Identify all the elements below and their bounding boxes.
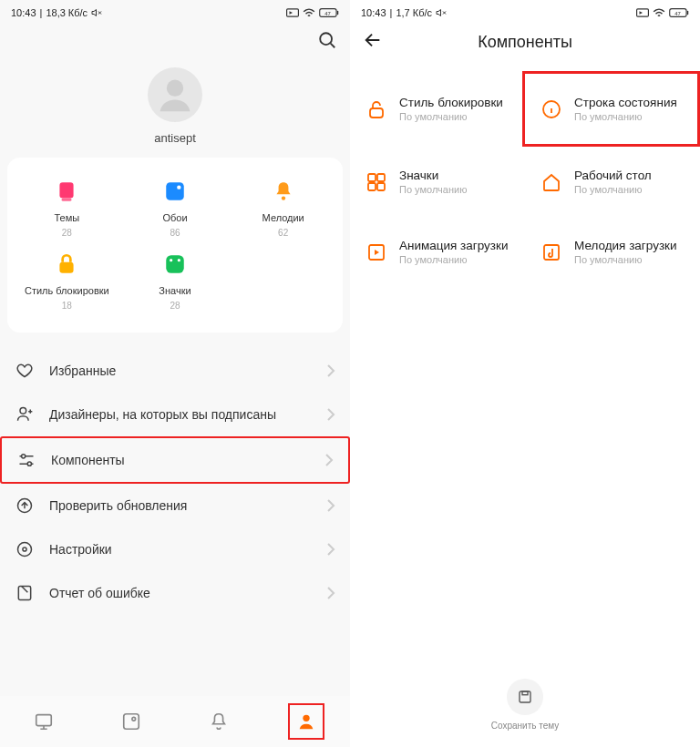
component-lockstyle[interactable]: Стиль блокировки По умолчанию [350, 71, 522, 147]
menu-item-favorites[interactable]: Избранные [0, 349, 350, 393]
chevron-right-icon [326, 543, 335, 556]
component-statusbar[interactable]: Строка состояния По умолчанию [522, 71, 700, 147]
component-homescreen[interactable]: Рабочий стол По умолчанию [525, 147, 700, 217]
profile-area: antisept [0, 62, 350, 158]
svg-rect-34 [368, 183, 376, 190]
menu-label: Настройки [49, 542, 312, 557]
update-icon [15, 496, 34, 515]
svg-point-4 [320, 33, 332, 45]
grid-item-wallpaper[interactable]: Обои 86 [121, 174, 230, 247]
svg-rect-33 [377, 174, 385, 181]
menu-label: Компоненты [51, 453, 310, 467]
svg-rect-23 [124, 714, 139, 730]
save-label: Сохранить тему [491, 721, 560, 731]
my-items-grid: Темы 28 Обои 86 Мелодии 62 Стиль блокиро… [7, 158, 343, 333]
avatar[interactable] [148, 67, 202, 122]
menu-item-designers[interactable]: Дизайнеры, на которых вы подписаны [0, 393, 350, 436]
grid-item-ringtone[interactable]: Мелодии 62 [229, 174, 337, 247]
component-label: Анимация загрузки [399, 239, 509, 252]
username: antisept [154, 131, 196, 145]
icons-icon [163, 252, 187, 276]
grid-label: Значки [159, 285, 190, 297]
menu-label: Проверить обновления [49, 498, 312, 513]
chevron-right-icon [326, 587, 335, 599]
grid-label: Мелодии [262, 212, 304, 224]
component-icons[interactable]: Значки По умолчанию [350, 147, 525, 217]
menu-item-components[interactable]: Компоненты [0, 436, 350, 484]
status-right: 47 [636, 7, 689, 18]
grid-item-icons[interactable]: Значки 28 [121, 247, 230, 320]
nav-tab-profile[interactable] [288, 703, 324, 740]
back-button[interactable] [363, 30, 383, 54]
svg-point-14 [178, 259, 180, 261]
grid-label: Обои [162, 212, 187, 224]
status-left: 10:43 | 18,3 Кб/с [11, 7, 102, 18]
grid-outline-icon [365, 171, 387, 193]
svg-point-10 [282, 196, 285, 200]
lock-icon [55, 252, 78, 276]
ringtone-icon [272, 179, 295, 203]
grid-item-lockstyle[interactable]: Стиль блокировки 18 [13, 247, 121, 320]
wallpaper-icon [163, 179, 187, 203]
svg-point-13 [170, 259, 172, 261]
battery-icon: 47 [319, 7, 339, 18]
lock-outline-icon [365, 98, 387, 120]
component-label: Мелодия загрузки [574, 239, 677, 252]
svg-rect-7 [62, 199, 72, 201]
grid-count: 62 [278, 228, 288, 238]
svg-text:47: 47 [324, 11, 331, 16]
page-title: Компоненты [350, 33, 700, 52]
search-button[interactable] [317, 30, 337, 54]
svg-rect-38 [520, 691, 530, 702]
svg-rect-22 [36, 715, 52, 726]
nav-tab-home[interactable] [26, 703, 62, 740]
svg-rect-35 [377, 183, 385, 190]
chevron-right-icon [326, 364, 335, 377]
phone-left: 10:43 | 18,3 Кб/с 47 antisept Темы 28 [0, 0, 350, 747]
animation-outline-icon [365, 241, 387, 263]
status-right: 47 [286, 7, 339, 18]
note-outline-icon [540, 241, 562, 263]
header-right: Компоненты [350, 22, 700, 62]
menu-item-updates[interactable]: Проверить обновления [0, 484, 350, 527]
menu-item-settings[interactable]: Настройки [0, 527, 350, 571]
grid-count: 28 [62, 228, 72, 238]
home-outline-icon [540, 171, 562, 193]
svg-rect-11 [60, 262, 74, 273]
svg-point-5 [167, 80, 183, 97]
svg-rect-6 [60, 182, 74, 198]
mute-icon [91, 7, 102, 18]
bottom-nav [0, 696, 350, 747]
svg-point-19 [18, 543, 32, 557]
nav-tab-wallpaper[interactable] [113, 703, 149, 740]
save-button[interactable] [507, 679, 543, 715]
chevron-right-icon [326, 499, 335, 512]
menu-label: Отчет об ошибке [49, 586, 312, 600]
component-bootanim[interactable]: Анимация загрузки По умолчанию [350, 217, 525, 287]
status-speed: 18,3 Кб/с [46, 7, 88, 18]
svg-rect-12 [166, 255, 184, 273]
svg-point-16 [22, 455, 26, 458]
status-left: 10:43 | 1,7 Кб/с [361, 7, 447, 18]
component-sub: По умолчанию [574, 184, 652, 195]
svg-point-25 [303, 715, 309, 721]
avatar-placeholder-icon [155, 75, 195, 115]
heart-icon [15, 362, 34, 380]
svg-point-15 [20, 408, 26, 414]
svg-rect-30 [370, 108, 383, 118]
profile-icon [296, 711, 316, 732]
save-icon [517, 689, 533, 705]
cast-icon [286, 8, 299, 17]
status-time: 10:43 [361, 7, 386, 18]
svg-point-17 [27, 462, 31, 466]
component-bootsound[interactable]: Мелодия загрузки По умолчанию [525, 217, 700, 287]
menu-label: Избранные [49, 363, 312, 378]
grid-item-themes[interactable]: Темы 28 [13, 174, 121, 247]
menu-label: Дизайнеры, на которых вы подписаны [49, 407, 312, 422]
nav-tab-ringtone[interactable] [201, 703, 237, 740]
menu-item-bugreport[interactable]: Отчет об ошибке [0, 571, 350, 615]
mute-icon [436, 7, 447, 18]
chevron-right-icon [324, 454, 334, 466]
status-bar: 10:43 | 18,3 Кб/с 47 [0, 0, 350, 22]
svg-point-24 [132, 717, 136, 721]
